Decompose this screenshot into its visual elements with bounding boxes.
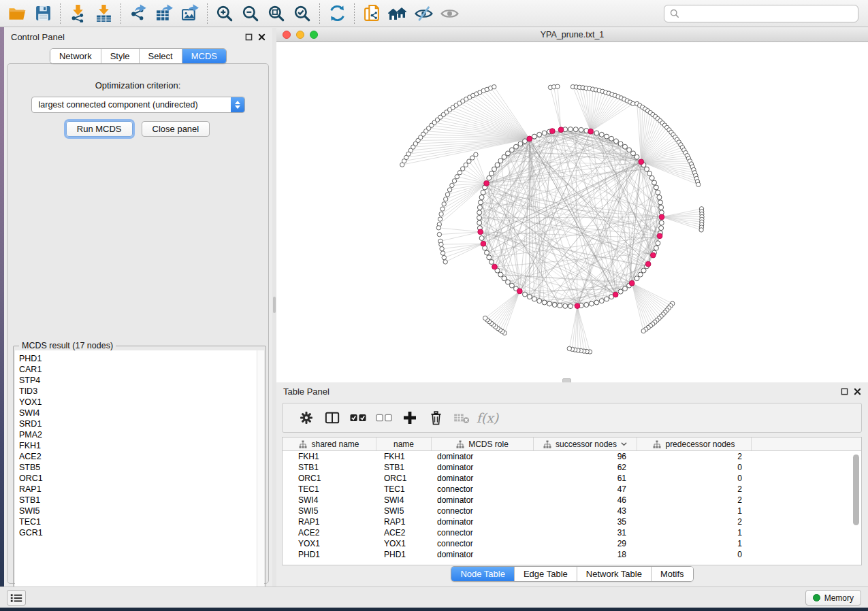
tab-network[interactable]: Network	[50, 49, 101, 63]
table-cell: 96	[534, 451, 637, 462]
table-cell: 46	[534, 495, 637, 506]
show-columns-button[interactable]	[319, 406, 345, 430]
mcds-result-list[interactable]: PHD1CAR1STP4TID3YOX1SWI4SRD1PMA2FKH1ACE2…	[15, 350, 257, 597]
import-network-button[interactable]	[65, 2, 91, 25]
run-mcds-button[interactable]: Run MCDS	[66, 121, 133, 137]
mcds-node-item[interactable]: ORC1	[19, 473, 257, 484]
export-image-button[interactable]	[177, 2, 203, 25]
add-column-button[interactable]	[397, 406, 423, 430]
memory-button[interactable]: Memory	[805, 590, 861, 606]
close-panel-icon[interactable]	[854, 388, 861, 395]
mcds-node-item[interactable]: SWI5	[19, 506, 257, 516]
network-canvas[interactable]	[276, 42, 868, 382]
control-panel: Control Panel Network Style Select MCDS …	[4, 28, 272, 587]
mcds-node-item[interactable]: PHD1	[19, 353, 257, 364]
mcds-node-item[interactable]: TEC1	[19, 516, 257, 527]
column-header-mcds-role[interactable]: MCDS role	[432, 437, 534, 450]
mcds-node-item[interactable]: SWI4	[19, 408, 257, 418]
import-table-button[interactable]	[91, 2, 116, 25]
table-cell: 0	[637, 462, 752, 473]
hide-selected-button[interactable]	[411, 2, 436, 25]
table-panel-tabs: Node Table Edge Table Network Table Moti…	[276, 566, 868, 582]
column-header-name[interactable]: name	[376, 437, 432, 450]
zoom-in-icon	[215, 4, 234, 23]
splitter-handle[interactable]	[273, 297, 276, 313]
table-options-button[interactable]	[293, 406, 319, 430]
search-input[interactable]	[684, 9, 852, 19]
refresh-icon	[328, 4, 347, 22]
mcds-node-item[interactable]: CAR1	[19, 364, 257, 375]
save-session-button[interactable]	[30, 2, 56, 25]
table-row[interactable]: YOX1YOX1connector291	[283, 538, 861, 549]
tab-network-table[interactable]: Network Table	[577, 567, 652, 581]
table-row[interactable]: FKH1FKH1dominator962	[283, 451, 861, 462]
mcds-panel-body: Optimization criterion: largest connecte…	[7, 63, 269, 584]
tab-node-table[interactable]: Node Table	[451, 567, 515, 581]
mcds-list-scrollbar[interactable]	[257, 350, 264, 597]
refresh-view-button[interactable]	[324, 2, 350, 25]
table-cell: YOX1	[376, 538, 432, 549]
mcds-node-item[interactable]: SRD1	[19, 418, 257, 429]
open-file-button[interactable]	[4, 2, 30, 25]
hierarchy-icon	[299, 440, 307, 448]
tab-edge-table[interactable]: Edge Table	[515, 567, 577, 581]
duplicate-network-button[interactable]	[359, 2, 385, 25]
column-header-predecessor-nodes[interactable]: predecessor nodes	[637, 437, 752, 450]
float-panel-icon[interactable]	[841, 388, 848, 395]
show-all-button[interactable]	[436, 2, 462, 25]
table-row[interactable]: ORC1ORC1dominator610	[283, 473, 861, 484]
table-row[interactable]: TEC1TEC1connector472	[283, 484, 861, 495]
control-panel-title: Control Panel	[11, 32, 65, 42]
network-graph[interactable]	[276, 42, 868, 382]
tab-select[interactable]: Select	[140, 49, 182, 63]
show-panels-button[interactable]	[7, 590, 26, 606]
mcds-node-item[interactable]: ACE2	[19, 451, 257, 462]
zoom-selected-button[interactable]	[289, 2, 315, 25]
desktop-wallpaper-bottom	[0, 608, 868, 611]
table-toolbar: f(x)	[282, 403, 862, 433]
tab-mcds[interactable]: MCDS	[182, 49, 226, 63]
mcds-node-item[interactable]: PMA2	[19, 429, 257, 440]
tab-style[interactable]: Style	[101, 49, 140, 63]
tab-motifs[interactable]: Motifs	[652, 567, 693, 581]
table-panel: Table Panel	[276, 382, 868, 587]
export-network-button[interactable]	[125, 2, 151, 25]
eye-slash-icon	[414, 5, 434, 22]
mcds-node-item[interactable]: FKH1	[19, 440, 257, 451]
first-neighbors-button[interactable]	[385, 2, 411, 25]
criterion-dropdown[interactable]: largest connected component (undirected)	[31, 97, 245, 113]
select-all-checkboxes-button[interactable]	[345, 406, 371, 430]
close-panel-icon[interactable]	[258, 33, 266, 41]
table-row[interactable]: SWI5SWI5connector431	[283, 506, 861, 516]
mcds-node-item[interactable]: STP4	[19, 375, 257, 386]
mcds-node-item[interactable]: STB5	[19, 462, 257, 473]
table-row[interactable]: RAP1RAP1dominator352	[283, 516, 861, 527]
table-row[interactable]: ACE2ACE2connector311	[283, 527, 861, 538]
table-cell: 2	[637, 495, 752, 506]
mcds-node-item[interactable]: YOX1	[19, 397, 257, 408]
toolbar-separator	[354, 3, 355, 24]
table-row[interactable]: STB1STB1dominator620	[283, 462, 861, 473]
network-search-field[interactable]	[664, 5, 858, 22]
float-panel-icon[interactable]	[245, 33, 253, 41]
table-row[interactable]: PHD1PHD1dominator180	[283, 549, 861, 560]
close-panel-button[interactable]: Close panel	[142, 121, 210, 137]
column-header-successor-nodes[interactable]: successor nodes	[534, 437, 637, 450]
toolbar-separator	[60, 3, 61, 24]
zoom-in-button[interactable]	[212, 2, 238, 25]
save-floppy-icon	[35, 5, 52, 22]
table-scrollbar-thumb[interactable]	[853, 455, 859, 525]
mcds-node-item[interactable]: TID3	[19, 386, 257, 397]
mcds-node-item[interactable]: RAP1	[19, 484, 257, 495]
column-header-shared-name[interactable]: shared name	[283, 437, 376, 450]
table-cell: 2	[637, 516, 752, 527]
mcds-node-item[interactable]: GCR1	[19, 527, 257, 538]
table-cell: connector	[432, 538, 534, 549]
delete-column-button[interactable]	[423, 406, 449, 430]
zoom-out-button[interactable]	[238, 2, 263, 25]
zoom-fit-button[interactable]	[263, 2, 289, 25]
clear-checkboxes-button[interactable]	[371, 406, 397, 430]
mcds-node-item[interactable]: STB1	[19, 495, 257, 506]
export-table-button[interactable]	[151, 2, 177, 25]
table-row[interactable]: SWI4SWI4dominator462	[283, 495, 861, 506]
